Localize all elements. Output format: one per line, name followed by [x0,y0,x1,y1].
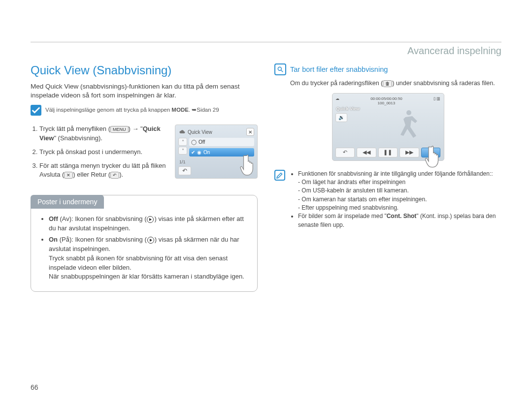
off-paren: (Av): Ikonen för snabbvisning ( [58,215,147,222]
arrow-up-icon[interactable]: ˄ [178,138,187,146]
step3-mid: ) eller Retur ( [73,171,110,178]
right-description: Om du trycker på raderingsfliken (🗑) und… [290,79,501,88]
menu-chip-icon: MENU [110,126,129,133]
note2-pre: För bilder som är inspelade med " [298,213,387,219]
return-button[interactable]: ↶ [335,148,355,157]
on-rest3: När snabbuppspelningen är klar försätts … [49,273,244,280]
note-mode: MODE [171,107,189,113]
close-icon[interactable]: ✕ [246,128,254,136]
hand-pointer-icon [424,143,446,169]
on-rest2: Tryck snabbt på ikonen för snabbvisning … [49,254,228,271]
step-2: Tryck på önskad post i undermenyn. [39,148,168,157]
step1-pre: Tryck lätt på menyfliken ( [39,125,110,132]
step-3: För att stänga menyn trycker du lätt på … [39,161,168,179]
note-contshot: För bilder som är inspelade med "Cont. S… [298,212,501,229]
svg-line-1 [281,70,283,72]
skater-figure-icon [392,107,426,145]
off-bullet-icon: ◯ [191,139,197,145]
forward-button[interactable]: ▶▶ [399,148,419,157]
breadcrumb: Avancerad inspelning [31,45,501,57]
menu-title-text: Quick View [188,129,212,135]
return-chip-icon: ↶ [110,172,119,179]
pencil-note-icon [274,170,285,181]
rewind-button[interactable]: ◀◀ [357,148,376,157]
rdesc-pre: Om du trycker på raderingsfliken ( [290,80,383,87]
menu-on-label: On [203,150,210,155]
time-readout: 00:00:05/00:00:50 [370,96,402,101]
mode-note: Välj inspelningsläge genom att trycka på… [31,105,258,116]
volume-icon[interactable]: 🔉 [335,113,347,122]
pause-button[interactable]: ❚❚ [378,148,398,157]
note2-bold: Cont. Shot [387,213,417,219]
on-bullet-icon: ◉ [197,150,201,155]
conditions-note: Funktionen för snabbvisning är inte till… [274,170,501,230]
right-section-title: Tar bort filer efter snabbvisning [290,65,388,73]
submenu-header: Poster i undermeny [31,195,104,209]
steps-list: Tryck lätt på menyfliken (MENU) → "Quick… [31,125,168,184]
note-sub-3: Efter uppspelning med snabbvisning. [298,204,501,212]
play-icon [147,237,154,244]
note-pre: Välj inspelningsläge genom att trycka på… [45,107,171,113]
note-intro: Funktionen för snabbvisning är inte till… [298,170,501,213]
section-title: Quick View (Snabbvisning) [31,63,258,77]
step-1: Tryck lätt på menyfliken (MENU) → "Quick… [39,125,168,142]
hand-pointer-icon [239,152,260,177]
page-number: 66 [31,383,38,391]
submenu-item-on: On (På): Ikonen för snabbvisning () visa… [49,235,247,282]
trash-chip-icon: 🗑 [383,80,392,87]
menu-item-off[interactable]: ◯ Off [189,138,254,146]
note-sub-2: Om kameran har startats om efter inspeln… [298,195,501,204]
submenu-item-off: Off (Av): Ikonen för snabbvisning () vis… [49,215,247,233]
close-chip-icon: ✕ [64,172,73,179]
note-sub-1: Om USB-kabeln är ansluten till kameran. [298,187,501,195]
cloud-small-icon: ☁ [335,96,339,105]
mode-note-text: Välj inspelningsläge genom att trycka på… [45,105,219,114]
off-label: Off [49,215,58,222]
cloud-icon [179,129,185,135]
arrow-down-icon[interactable]: ˅ [178,147,187,155]
playback-screen-illustration: ☁ 00:00:05/00:00:50 100_0013 ▯ ▥ Quick V… [332,93,444,161]
svg-point-0 [278,67,281,70]
note-sub-0: Om läget har ändrats efter inspelningen [298,178,501,187]
note-post: . ➥Sidan 29 [189,107,219,113]
on-paren: (På): Ikonen för snabbvisning ( [58,236,147,243]
submenu-box: Poster i undermeny Off (Av): Ikonen för … [31,195,258,292]
battery-icon: ▯ ▥ [433,96,440,105]
play-icon [147,216,154,223]
left-column: Quick View (Snabbvisning) Med Quick View… [31,63,258,292]
menu-off-label: Off [199,139,205,145]
check-icon [31,105,41,116]
note-intro-text: Funktionen för snabbvisning är inte till… [298,170,493,177]
divider-top [31,42,501,42]
magnifier-icon [274,63,286,75]
right-column: Tar bort filer efter snabbvisning Om du … [274,63,501,292]
return-icon[interactable]: ↶ [178,166,191,175]
menu-screen-illustration: ✕ Quick View ˄ ˅ ◯ Off [175,125,258,179]
step3-post: ). [119,171,123,178]
check-small-icon: ✔ [191,150,195,155]
menu-title: Quick View [178,128,254,138]
step1-post: " (Snabbvisning). [54,134,102,142]
step1-mid: ) → " [129,125,143,132]
intro-text: Med Quick View (snabbvisnings)-funktione… [31,82,258,100]
count-readout: 100_0013 [378,101,396,105]
rdesc-post: ) under snabbvisning så raderas filen. [392,80,495,87]
on-label: On [49,236,58,243]
note-sublist: Om läget har ändrats efter inspelningen … [298,178,501,213]
